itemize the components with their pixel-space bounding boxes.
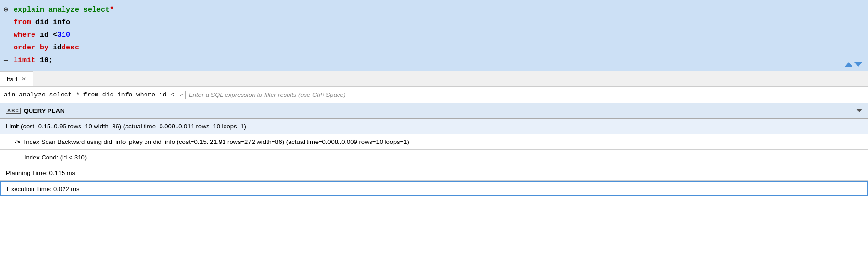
sql-line-2: from did_info bbox=[0, 16, 868, 29]
sql-orderby-col: id bbox=[48, 42, 62, 54]
tabs-area: lts 1 ✕ bbox=[0, 71, 868, 87]
sql-line-5: — limit 10; bbox=[0, 54, 868, 67]
query-plan-cell-1: Limit (cost=0.15..0.95 rows=10 width=86)… bbox=[0, 119, 868, 134]
query-plan-cell-3: Index Cond: (id < 310) bbox=[0, 150, 868, 165]
results-area: ABC QUERY PLAN Limit (cost=0.15..0.95 ro… bbox=[0, 103, 868, 196]
column-header-label: QUERY PLAN bbox=[24, 107, 65, 114]
sql-where-condition: id < bbox=[35, 30, 57, 41]
table-row: Planning Time: 0.115 ms bbox=[0, 165, 868, 181]
sql-line-4: order by id desc bbox=[0, 42, 868, 54]
table-row: Index Cond: (id < 310) bbox=[0, 150, 868, 165]
arrow-indicator: -> bbox=[15, 138, 20, 145]
resize-icon[interactable]: ⤢ bbox=[177, 91, 186, 99]
sql-keyword-explain: explain analyze select bbox=[14, 4, 110, 16]
column-header-row: ABC QUERY PLAN bbox=[0, 103, 868, 119]
line-indicator-2 bbox=[4, 17, 12, 28]
sql-line-3: where id < 310 bbox=[0, 29, 868, 42]
sql-star: * bbox=[110, 4, 114, 16]
scroll-up-arrow[interactable] bbox=[845, 62, 852, 67]
sql-editor[interactable]: ⊖ explain analyze select * from did_info… bbox=[0, 0, 868, 71]
sql-value-310: 310 bbox=[57, 30, 70, 41]
sql-limit-value: 10; bbox=[35, 55, 53, 66]
line-indicator-5: — bbox=[4, 55, 12, 65]
filter-bar[interactable]: ain analyze select * from did_info where… bbox=[0, 87, 868, 103]
tab-label: lts 1 bbox=[7, 76, 18, 83]
filter-placeholder: Enter a SQL expression to filter results… bbox=[189, 91, 346, 98]
column-header-query-plan: ABC QUERY PLAN bbox=[0, 107, 868, 114]
query-plan-cell-5: Execution Time: 0.022 ms bbox=[1, 182, 867, 195]
scroll-down-arrow[interactable] bbox=[854, 62, 862, 67]
tab-close-button[interactable]: ✕ bbox=[21, 76, 26, 82]
sql-keyword-limit: limit bbox=[14, 55, 35, 66]
line-indicator-3 bbox=[4, 30, 12, 40]
table-row: Execution Time: 0.022 ms bbox=[0, 181, 868, 196]
sql-table-name: did_info bbox=[31, 17, 70, 29]
abc-badge: ABC bbox=[6, 108, 21, 114]
sql-keyword-from: from bbox=[14, 17, 31, 29]
sql-keyword-orderby: order by bbox=[14, 42, 48, 54]
query-plan-cell-4: Planning Time: 0.115 ms bbox=[0, 165, 868, 180]
query-plan-cell-2: -> Index Scan Backward using did_info_pk… bbox=[0, 134, 868, 149]
line-indicator-1: ⊖ bbox=[4, 4, 12, 15]
table-row: -> Index Scan Backward using did_info_pk… bbox=[0, 134, 868, 150]
sql-line-1: ⊖ explain analyze select * bbox=[0, 4, 868, 16]
sql-keyword-where: where bbox=[14, 30, 35, 41]
filter-sql-prefix: ain analyze select * from did_info where… bbox=[4, 91, 174, 98]
sort-icon[interactable] bbox=[856, 109, 862, 112]
result-tab-1[interactable]: lts 1 ✕ bbox=[0, 71, 33, 86]
table-row: Limit (cost=0.15..0.95 rows=10 width=86)… bbox=[0, 119, 868, 134]
scroll-arrows[interactable] bbox=[845, 62, 862, 67]
line-indicator-4 bbox=[4, 42, 12, 53]
sql-keyword-desc: desc bbox=[62, 42, 79, 54]
